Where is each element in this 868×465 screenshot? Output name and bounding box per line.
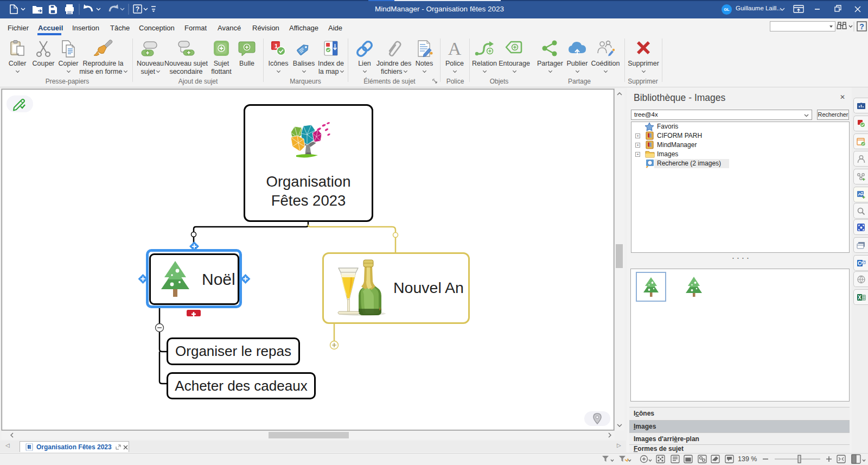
svg-text:X: X <box>858 295 861 301</box>
svg-text:139 %: 139 % <box>738 455 757 463</box>
svg-text:?: ? <box>859 22 864 31</box>
